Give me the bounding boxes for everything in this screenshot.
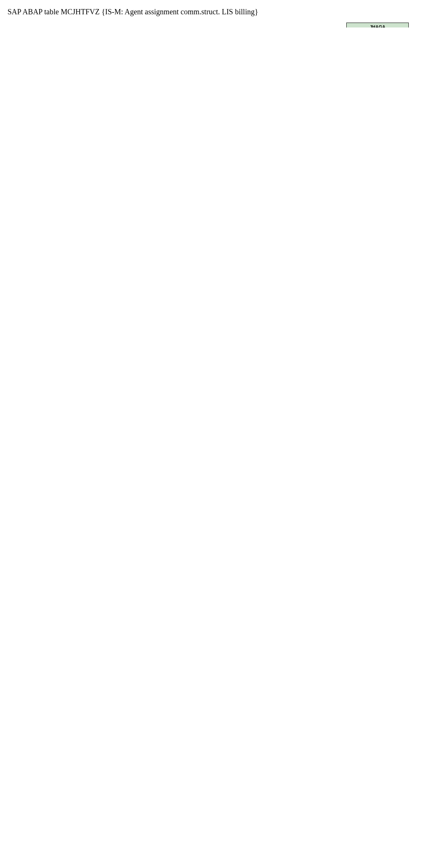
entity-header: JHAGA [347, 23, 408, 27]
entity-jhaga: JHAGAMANDT [CLNT (3)]AVM_NR [CHAR (10)]P… [346, 23, 409, 27]
page-title: SAP ABAP table MCJHTFVZ {IS-M: Agent ass… [8, 8, 437, 16]
